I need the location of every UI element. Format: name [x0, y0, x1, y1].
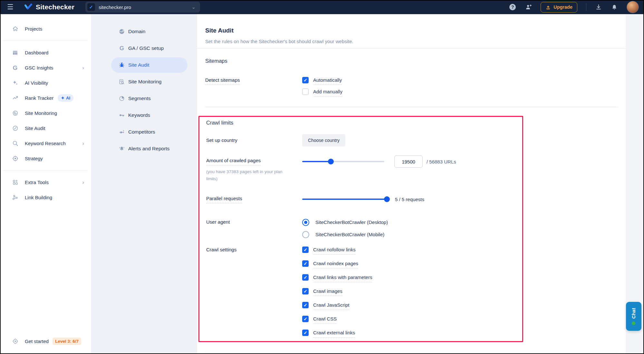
option-label: Add manually — [313, 88, 342, 97]
sidebar-item-link-building[interactable]: Link Building — [0, 190, 91, 205]
hamburger-menu-icon[interactable]: ☰ — [7, 4, 18, 11]
question-icon: ? — [509, 4, 516, 10]
notifications-button[interactable] — [611, 4, 618, 11]
option-label: Crawl JavaScript — [313, 302, 350, 310]
sidebar-item-gsc-insights[interactable]: G GSC Insights › — [0, 60, 91, 75]
extra-tools-icon — [12, 179, 19, 186]
sidebar-item-site-audit[interactable]: Site Audit — [0, 121, 91, 136]
slider-track — [302, 199, 389, 200]
checkbox-checked-icon[interactable] — [302, 274, 309, 281]
sidebar-item-rank-tracker[interactable]: Rank Tracker ✦AI — [0, 90, 91, 106]
menu-item-label: Segments — [128, 96, 151, 101]
checkbox-checked-icon[interactable] — [302, 330, 309, 336]
logo-check-icon — [24, 3, 33, 11]
chevron-right-icon: › — [82, 65, 84, 71]
option-crawl-css[interactable]: Crawl CSS — [302, 316, 522, 324]
menu-item-site-monitoring[interactable]: Site Monitoring — [111, 74, 187, 89]
menu-item-site-audit[interactable]: Site Audit — [111, 57, 187, 73]
checkbox-checked-icon[interactable] — [302, 302, 309, 308]
option-crawl-nofollow-links[interactable]: Crawl nofollow links — [302, 247, 522, 255]
logo[interactable]: Sitechecker — [24, 3, 74, 11]
user-agent-label: User agent — [206, 219, 302, 225]
checkbox-checked-icon[interactable] — [302, 316, 309, 322]
help-button[interactable]: ? — [509, 4, 516, 11]
amount-slider[interactable] — [302, 159, 384, 164]
checkbox-checked-icon[interactable] — [302, 247, 309, 253]
upgrade-label: Upgrade — [553, 5, 572, 10]
sidebar-item-ai-visibility[interactable]: AI Visibility — [0, 75, 91, 90]
user-agent-mobile-option[interactable]: SiteCheckerBotCrawler (Mobile) — [302, 231, 522, 238]
option-label: Crawl links with parameters — [313, 274, 372, 282]
parallel-slider[interactable] — [302, 196, 389, 202]
sidebar-item-label: Rank Tracker — [25, 95, 53, 101]
menu-item-segments[interactable]: Segments — [111, 91, 187, 106]
option-crawl-external-links[interactable]: Crawl external links — [302, 330, 522, 338]
dashboard-icon — [12, 49, 19, 56]
project-name: sitechecker.pro — [99, 5, 131, 10]
amount-suffix: / 56883 URLs — [427, 159, 456, 164]
checkbox-checked-icon[interactable] — [302, 288, 309, 294]
monitoring-gauge-icon — [12, 110, 19, 117]
crawl-settings-row: Crawl settings Crawl nofollow links Craw… — [206, 247, 522, 338]
pie-chart-icon — [119, 95, 125, 102]
sidebar-item-label: GSC Insights — [25, 65, 53, 70]
chevron-down-icon: ⌄ — [192, 4, 196, 10]
radio-selected-icon[interactable] — [302, 219, 309, 226]
option-crawl-noindex-pages[interactable]: Crawl noindex pages — [302, 260, 522, 268]
arrow-diamond-icon — [12, 338, 19, 345]
project-selector[interactable]: ✓ sitechecker.pro ⌄ — [85, 2, 200, 13]
sidebar-item-label: Site Audit — [25, 126, 45, 131]
sidebar-item-label: Link Building — [25, 195, 52, 200]
menu-item-keywords[interactable]: Keywords — [111, 107, 187, 123]
sidebar-item-strategy[interactable]: Strategy — [0, 151, 91, 166]
slider-fill — [302, 199, 387, 200]
checkbox-unchecked-icon[interactable] — [302, 88, 309, 95]
export-button[interactable] — [595, 4, 602, 11]
sidebar-item-extra-tools[interactable]: Extra Tools › — [0, 175, 91, 190]
chat-label: Chat — [631, 308, 637, 318]
sidebar-item-dashboard[interactable]: Dashboard — [0, 45, 91, 60]
ai-badge: ✦AI — [58, 94, 73, 102]
user-agent-desktop-option[interactable]: SiteCheckerBotCrawler (Desktop) — [302, 219, 522, 226]
bug-icon — [119, 62, 125, 68]
choose-country-button[interactable]: Choose country — [302, 134, 345, 146]
chevron-right-icon: › — [82, 140, 84, 147]
slider-thumb[interactable] — [328, 159, 334, 164]
crawl-settings-options: Crawl nofollow links Crawl noindex pages… — [302, 247, 522, 338]
chat-button[interactable]: Chat — [626, 302, 641, 331]
sidebar-item-keyword-research[interactable]: Keyword Research › — [0, 136, 91, 151]
project-settings-menu: Domain G GA / GSC setup Site Audit Site … — [91, 14, 197, 354]
option-crawl-images[interactable]: Crawl images — [302, 288, 522, 296]
user-agent-row: User agent SiteCheckerBotCrawler (Deskto… — [206, 219, 522, 238]
checkbox-checked-icon[interactable] — [302, 260, 309, 267]
slider-thumb[interactable] — [384, 196, 390, 202]
topbar-actions: ? Upgrade — [509, 1, 639, 13]
menu-item-competitors[interactable]: Competitors — [111, 124, 187, 140]
option-crawl-javascript[interactable]: Crawl JavaScript — [302, 302, 522, 310]
sidebar-item-label: Dashboard — [25, 50, 48, 55]
menu-item-domain[interactable]: Domain — [111, 24, 187, 39]
option-crawl-links-with-parameters[interactable]: Crawl links with parameters — [302, 274, 522, 282]
user-avatar[interactable] — [627, 1, 639, 13]
upgrade-button[interactable]: Upgrade — [541, 2, 577, 13]
sidebar-item-site-monitoring[interactable]: Site Monitoring — [0, 106, 91, 121]
amount-input[interactable] — [394, 155, 423, 168]
option-add-manually[interactable]: Add manually — [302, 88, 618, 97]
crawl-limits-section: Crawl limits Set up country Choose count… — [198, 116, 523, 342]
detect-sitemaps-label: Detect sitemaps — [205, 77, 302, 85]
sidebar-divider — [3, 170, 88, 171]
add-user-icon — [525, 4, 532, 11]
get-started-button[interactable]: Get started Level 3: 6/7 — [0, 334, 91, 349]
menu-item-label: Keywords — [128, 112, 150, 118]
menu-item-ga-gsc-setup[interactable]: G GA / GSC setup — [111, 41, 187, 56]
upgrade-arrow-icon — [545, 5, 551, 10]
sidebar-item-projects[interactable]: Projects — [0, 21, 91, 36]
sparkle-icon: ✦ — [61, 96, 64, 100]
rank-chart-icon — [12, 95, 19, 102]
invite-user-button[interactable] — [525, 4, 532, 11]
checkbox-checked-icon[interactable] — [302, 77, 309, 83]
menu-item-alerts-reports[interactable]: Alerts and Reports — [111, 141, 187, 156]
option-automatically[interactable]: Automatically — [302, 77, 618, 85]
set-up-country-label: Set up country — [206, 137, 302, 144]
radio-unselected-icon[interactable] — [302, 231, 309, 238]
